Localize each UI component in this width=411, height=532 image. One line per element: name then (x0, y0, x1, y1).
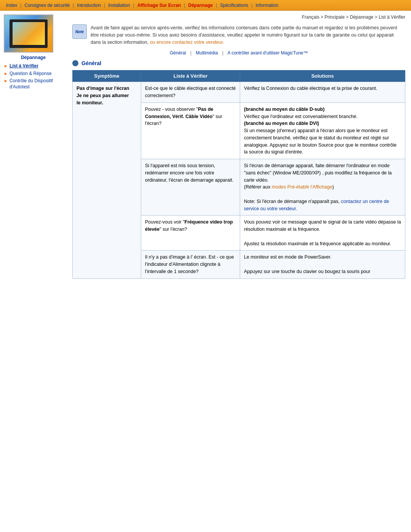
sidebar-item-qa[interactable]: ► Question & Réponse (4, 71, 63, 77)
arrow-icon-1: ► (4, 64, 8, 68)
arrow-icon-3: ► (4, 78, 8, 83)
check-cell-4: Pouvez-vous voir "Fréquence video trop é… (141, 216, 240, 251)
main-container: Dépannage ► List à Vérifier ► Question &… (0, 11, 411, 283)
solution-cell-5: Le moniteur est en mode de PowerSaver. A… (240, 251, 405, 278)
sidebar: Dépannage ► List à Vérifier ► Question &… (0, 14, 67, 279)
solution-cell-1: Vérifiez la Connexion du cable électriqu… (240, 82, 405, 103)
sidebar-item-list[interactable]: ► List à Vérifier (4, 63, 63, 69)
col-header-symptom: Symptôme (73, 70, 141, 82)
solution-cell-3: Si l'écran de démarrage apparait, faite … (240, 159, 405, 216)
symptom-cell: Pas d'image sur l'écranJe ne peux pas al… (73, 82, 141, 278)
table-header-row: Symptôme Liste à Vérifier Solutions (73, 70, 405, 82)
note-icon: Note (72, 24, 87, 39)
check-cell-1: Est-ce que le câble électrique est conne… (141, 82, 240, 103)
note-box: Note Avant de faire appel au service apr… (72, 24, 405, 46)
sidebar-label: Dépannage (4, 55, 63, 60)
sidebar-item-autotest[interactable]: ► Contrôle du Dispositif d'Autotest (4, 78, 63, 90)
sub-nav: Général | Multimédia | A contrôler avant… (72, 50, 405, 56)
nav-depannage[interactable]: Dépannage (185, 3, 216, 8)
check-cell-2: Pouvez - vous observer "Pas de Connexion… (141, 102, 240, 159)
col-header-solution: Solutions (240, 70, 405, 82)
arrow-icon-2: ► (4, 71, 8, 76)
check-cell-5: Il n'y a pas d'image à l' écran. Est - c… (141, 251, 240, 278)
nav-affichage[interactable]: Affichage Sur Ecran (134, 3, 184, 8)
monitor-screen (13, 22, 45, 45)
sub-nav-magictune[interactable]: A contrôler avant d'utiliser MagicTune™ (228, 50, 308, 56)
nav-index[interactable]: Index (3, 3, 20, 8)
sidebar-link-autotest[interactable]: Contrôle du Dispositif d'Autotest (10, 78, 63, 90)
nav-intro[interactable]: Introduction (74, 3, 104, 8)
section-title-text: Général (81, 60, 101, 66)
sub-nav-sep-2: | (222, 50, 223, 56)
modes-link[interactable]: modes Pré-établir l'Affichage (272, 184, 332, 190)
nav-info[interactable]: Information (253, 3, 282, 8)
monitor-frame (10, 19, 48, 48)
sub-nav-general[interactable]: Général (170, 50, 186, 56)
nav-security[interactable]: Consignes de sécurité (21, 3, 73, 8)
sub-nav-sep-1: | (190, 50, 191, 56)
table-row: Pas d'image sur l'écranJe ne peux pas al… (73, 82, 405, 103)
sidebar-nav: ► List à Vérifier ► Question & Réponse ►… (4, 63, 63, 90)
sidebar-link-qa[interactable]: Question & Réponse (10, 71, 52, 77)
check-cell-3: Si l'appareil est mis sous tension, redé… (141, 159, 240, 216)
sub-nav-multimedia[interactable]: Multimédia (196, 50, 218, 56)
nav-spec[interactable]: Spécifications (217, 3, 251, 8)
sidebar-link-list[interactable]: List à Vérifier (10, 63, 38, 69)
contact-link[interactable]: contactez un centre de service ou votre … (244, 199, 389, 211)
breadcrumb: Français > Principale > Dépannage > List… (72, 14, 405, 20)
solution-cell-4: Vous pouvez voir ce message quand le sig… (240, 216, 405, 251)
note-text: Avant de faire appel au service après-ve… (91, 24, 405, 46)
col-header-check: Liste à Vérifier (141, 70, 240, 82)
nav-install[interactable]: Installation (105, 3, 133, 8)
data-table: Symptôme Liste à Vérifier Solutions Pas … (72, 70, 405, 278)
sidebar-image (4, 14, 53, 53)
note-link[interactable]: ou encore contactez votre vendeur. (150, 40, 224, 45)
nav-bar: Index | Consignes de sécurité | Introduc… (0, 0, 411, 11)
note-main-text: Avant de faire appel au service après-ve… (91, 25, 397, 45)
solution-cell-2: (branché au moyen du câble D-sub) Vérifi… (240, 102, 405, 159)
section-bullet (72, 60, 78, 66)
content-area: Français > Principale > Dépannage > List… (67, 14, 411, 279)
section-title: Général (72, 60, 405, 66)
